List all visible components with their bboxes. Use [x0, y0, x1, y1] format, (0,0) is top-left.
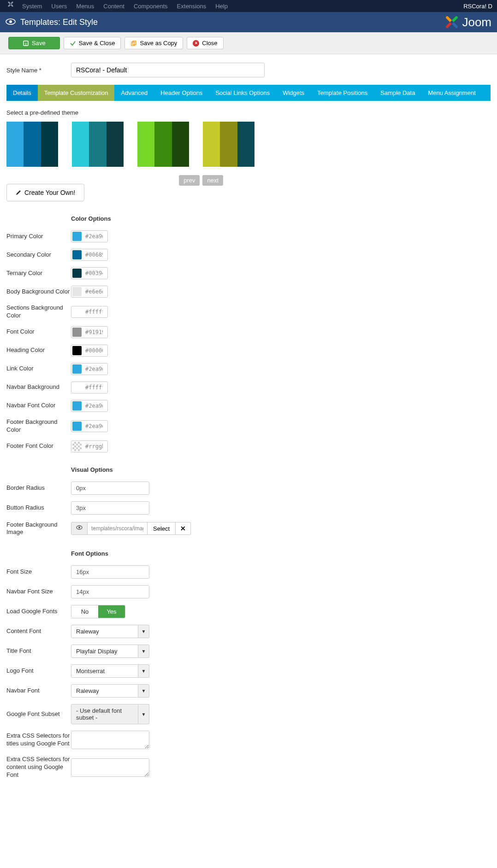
color-label: Navbar Font Color [6, 402, 71, 410]
close-icon: × [193, 40, 199, 47]
footer-bg-image-picker: Select ✕ [71, 522, 191, 535]
menu-users[interactable]: Users [47, 1, 71, 12]
title-font-label: Title Font [6, 647, 71, 655]
menu-components[interactable]: Components [130, 1, 172, 12]
theme-swatch-3[interactable] [203, 122, 254, 167]
menu-system[interactable]: System [18, 1, 46, 12]
logo-font-dropdown[interactable]: Montserrat ▼ [71, 664, 149, 678]
navbar-font-size-input[interactable] [71, 585, 149, 598]
caret-icon: ▼ [138, 664, 149, 678]
color-picker[interactable] [71, 363, 108, 375]
menu-extensions[interactable]: Extensions [173, 1, 210, 12]
title-font-dropdown[interactable]: Playfair Display ▼ [71, 645, 149, 658]
color-picker[interactable] [71, 249, 108, 261]
joomla-logo-text: Joom [462, 15, 491, 29]
color-label: Secondary Color [6, 251, 71, 259]
tab-sample-data[interactable]: Sample Data [374, 85, 421, 101]
color-swatch [72, 232, 82, 241]
tab-social-links[interactable]: Social Links Options [209, 85, 276, 101]
eye-icon [6, 18, 16, 27]
color-label: Footer Font Color [6, 442, 71, 450]
color-picker[interactable] [71, 267, 108, 279]
color-hex-input[interactable] [83, 364, 106, 374]
joomla-logo[interactable]: Joom [444, 15, 491, 29]
load-google-fonts-label: Load Google Fonts [6, 608, 71, 616]
save-label: Save [32, 40, 46, 47]
title-font-value: Playfair Display [71, 645, 138, 658]
color-swatch [72, 328, 82, 337]
load-google-no[interactable]: No [71, 605, 98, 618]
save-copy-button[interactable]: Save as Copy [124, 37, 183, 49]
color-picker[interactable] [71, 230, 108, 242]
button-radius-input[interactable] [71, 501, 149, 515]
caret-icon: ▼ [138, 704, 149, 724]
tab-details[interactable]: Details [6, 85, 38, 101]
tab-template-customization[interactable]: Template Customization [38, 85, 115, 101]
border-radius-input[interactable] [71, 481, 149, 495]
pencil-icon [15, 189, 22, 196]
extra-css-content-textarea[interactable] [71, 758, 149, 777]
caret-icon: ▼ [138, 684, 149, 698]
tab-template-positions[interactable]: Template Positions [311, 85, 374, 101]
color-label: Footer Background Color [6, 418, 71, 434]
save-button[interactable]: Save [8, 37, 60, 49]
content-font-dropdown[interactable]: Raleway ▼ [71, 625, 149, 638]
color-picker[interactable] [71, 286, 108, 298]
swatch-color [237, 122, 254, 167]
color-picker[interactable] [71, 440, 108, 452]
color-hex-input[interactable] [83, 231, 106, 241]
extra-css-titles-textarea[interactable] [71, 731, 149, 749]
color-picker[interactable] [71, 381, 108, 393]
color-hex-input[interactable] [83, 327, 106, 337]
top-site-name[interactable]: RSCora! D [463, 3, 492, 10]
color-hex-input[interactable] [83, 287, 106, 297]
font-size-input[interactable] [71, 565, 149, 579]
caret-icon: ▼ [138, 625, 149, 638]
footer-bg-clear-button[interactable]: ✕ [176, 522, 191, 535]
theme-next-button[interactable]: next [202, 175, 223, 186]
swatch-color [106, 122, 124, 167]
color-swatch [72, 269, 82, 278]
color-picker[interactable] [71, 306, 108, 318]
google-font-subset-dropdown[interactable]: - Use default font subset - ▼ [71, 704, 149, 724]
navbar-font-dropdown[interactable]: Raleway ▼ [71, 684, 149, 698]
color-label: Body Background Color [6, 288, 71, 296]
footer-bg-image-input[interactable] [88, 522, 148, 535]
svg-point-1 [9, 20, 12, 23]
preview-icon[interactable] [71, 522, 88, 535]
color-hex-input[interactable] [83, 268, 106, 278]
theme-swatch-2[interactable] [137, 122, 189, 167]
extra-css-titles-label: Extra CSS Selectors for titles using Goo… [6, 732, 71, 748]
create-your-own-button[interactable]: Create Your Own! [6, 184, 84, 201]
menu-menus[interactable]: Menus [72, 1, 98, 12]
color-hex-input[interactable] [83, 307, 106, 317]
color-picker[interactable] [71, 400, 108, 412]
theme-swatch-1[interactable] [72, 122, 124, 167]
tab-advanced[interactable]: Advanced [114, 85, 154, 101]
color-picker[interactable] [71, 420, 108, 432]
color-hex-input[interactable] [83, 250, 106, 260]
close-label: Close [202, 40, 217, 47]
tab-widgets[interactable]: Widgets [276, 85, 311, 101]
load-google-yes[interactable]: Yes [98, 605, 125, 618]
color-picker[interactable] [71, 345, 108, 357]
theme-prev-button[interactable]: prev [179, 175, 200, 186]
color-hex-input[interactable] [83, 346, 106, 356]
color-hex-input[interactable] [83, 421, 106, 431]
save-close-label: Save & Close [79, 40, 115, 47]
tab-menu-assignment[interactable]: Menu Assignment [421, 85, 482, 101]
swatch-color [41, 122, 58, 167]
color-hex-input[interactable] [83, 401, 106, 411]
footer-bg-select-button[interactable]: Select [148, 522, 176, 535]
color-picker[interactable] [71, 326, 108, 338]
joomla-small-icon[interactable] [5, 1, 17, 12]
color-hex-input[interactable] [83, 441, 106, 452]
style-name-input[interactable] [71, 63, 265, 77]
save-close-button[interactable]: Save & Close [64, 37, 121, 49]
theme-swatch-0[interactable] [6, 122, 58, 167]
menu-content[interactable]: Content [100, 1, 128, 12]
close-button[interactable]: × Close [187, 37, 223, 49]
color-hex-input[interactable] [83, 382, 106, 393]
tab-header-options[interactable]: Header Options [154, 85, 209, 101]
menu-help[interactable]: Help [212, 1, 231, 12]
